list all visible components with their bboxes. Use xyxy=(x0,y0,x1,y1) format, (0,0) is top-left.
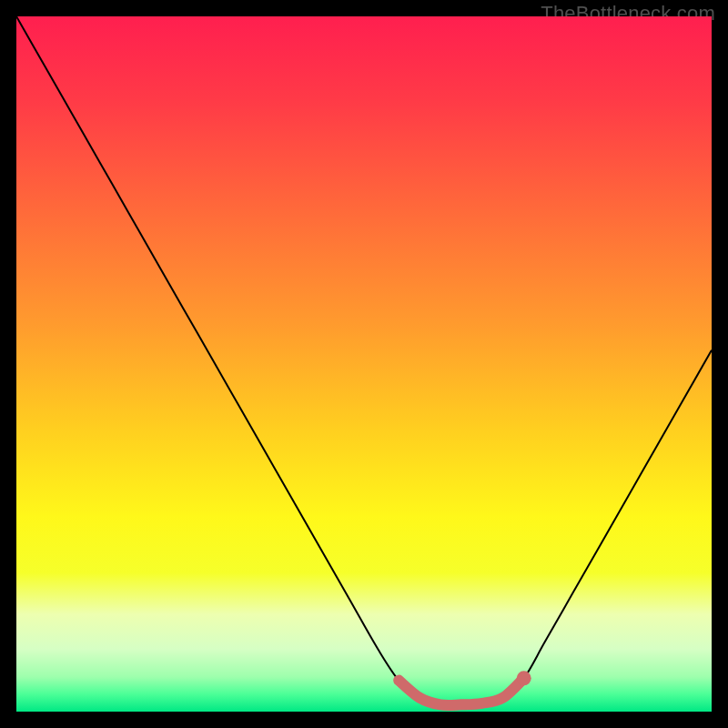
chart-svg xyxy=(16,16,712,712)
chart-frame: TheBottleneck.com xyxy=(0,0,728,728)
chart-background xyxy=(16,16,712,712)
chart-plot-area xyxy=(16,16,712,712)
optimal-marker-dot xyxy=(517,671,531,685)
